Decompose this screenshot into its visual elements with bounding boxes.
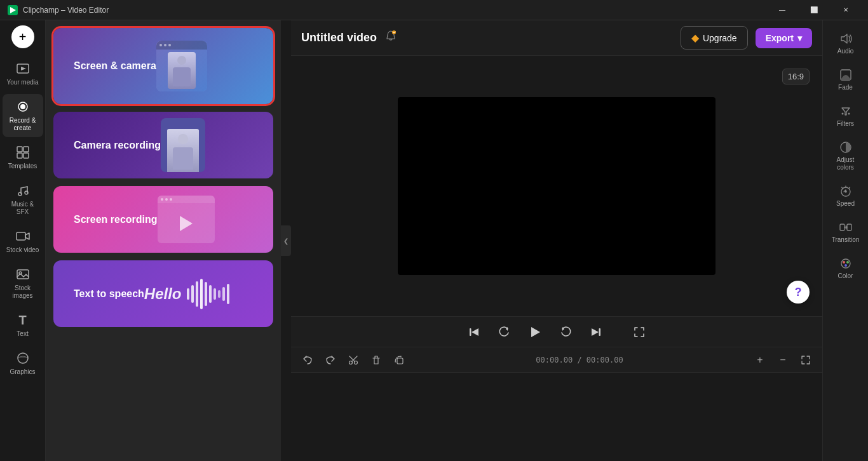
card-camera-recording[interactable]: Camera recording: [53, 112, 273, 178]
sidebar-item-record-create[interactable]: Record &create: [3, 94, 43, 137]
sidebar-item-music-sfx[interactable]: Music & SFX: [3, 178, 43, 221]
delete-button[interactable]: [367, 351, 385, 369]
record-create-panel: Screen & camera: [46, 20, 281, 461]
card-screen-recording[interactable]: Screen recording: [53, 186, 273, 253]
tool-filters[interactable]: Filters: [827, 100, 865, 131]
chevron-left-icon: ❮: [283, 237, 288, 244]
zoom-out-button[interactable]: −: [774, 351, 792, 369]
sidebar-label-stock-images: Stock images: [5, 284, 41, 300]
your-media-icon: [15, 61, 31, 76]
tool-speed[interactable]: Speed: [827, 180, 865, 211]
tool-fade[interactable]: Fade: [827, 64, 865, 95]
forward-button[interactable]: [555, 322, 576, 342]
copy-button[interactable]: [390, 351, 408, 369]
sidebar: + Your media Record &create: [0, 20, 46, 461]
transition-icon: [839, 220, 852, 234]
svg-rect-8: [24, 153, 29, 158]
video-canvas: [398, 97, 715, 275]
svg-marker-17: [471, 328, 478, 336]
sidebar-label-graphics: Graphics: [10, 368, 35, 376]
topbar: Untitled video ◆ Upgrade Export ▾: [291, 20, 822, 56]
sidebar-item-stock-images[interactable]: Stock images: [3, 262, 43, 305]
svg-point-9: [18, 192, 22, 196]
svg-point-4: [20, 104, 25, 109]
rewind-button[interactable]: [494, 322, 515, 342]
undo-button[interactable]: [299, 351, 316, 369]
upgrade-label: Upgrade: [703, 33, 737, 43]
cut-button[interactable]: [344, 351, 362, 369]
skip-back-button[interactable]: [464, 322, 484, 342]
add-button[interactable]: +: [11, 25, 34, 48]
adjust-colors-icon: [839, 140, 852, 154]
sidebar-item-stock-video[interactable]: Stock video: [3, 224, 43, 259]
sidebar-label-your-media: Your media: [6, 79, 38, 86]
tool-transition[interactable]: Transition: [827, 217, 865, 248]
titlebar-title: Clipchamp – Video Editor: [23, 6, 109, 15]
svg-marker-19: [531, 327, 540, 337]
svg-point-32: [844, 191, 846, 193]
card-text-to-speech[interactable]: Text to speech Hello: [53, 260, 273, 327]
time-separator: /: [577, 356, 586, 364]
video-title[interactable]: Untitled video: [301, 31, 377, 44]
panel-collapse-button[interactable]: ❮: [281, 225, 291, 256]
tool-adjust-colors[interactable]: Adjust colors: [827, 137, 865, 175]
card-screen-camera-label: Screen & camera: [74, 60, 156, 72]
export-button[interactable]: Export ▾: [756, 28, 812, 48]
redo-button[interactable]: [322, 351, 339, 369]
tool-audio[interactable]: Audio: [827, 28, 865, 59]
maximize-button[interactable]: ⬜: [799, 0, 829, 20]
sidebar-item-text[interactable]: T Text: [3, 307, 43, 343]
sidebar-label-templates: Templates: [8, 163, 37, 170]
time-current: 00:00.00: [536, 356, 573, 364]
help-button[interactable]: ?: [787, 281, 810, 304]
tts-visual: Hello: [144, 278, 229, 310]
sidebar-label-record-create: Record &create: [10, 117, 36, 132]
minimize-button[interactable]: —: [768, 0, 797, 20]
main-layout: + Your media Record &create: [0, 20, 868, 461]
fullscreen-button[interactable]: [629, 322, 649, 342]
sidebar-item-templates[interactable]: Templates: [3, 140, 43, 175]
transition-label: Transition: [832, 236, 860, 244]
play-pause-button[interactable]: [525, 322, 545, 342]
fade-icon: [839, 68, 852, 82]
adjust-colors-label: Adjust colors: [829, 156, 862, 171]
tts-hello-text: Hello: [144, 285, 182, 303]
player-controls: [291, 316, 822, 347]
speed-label: Speed: [836, 200, 855, 208]
filters-label: Filters: [837, 120, 854, 128]
time-total: 00:00.00: [587, 356, 623, 364]
right-sidebar: Audio Fade Filters: [822, 20, 868, 461]
titlebar-controls: — ⬜ ✕: [768, 0, 860, 20]
svg-point-29: [841, 113, 843, 115]
svg-point-10: [25, 191, 28, 194]
svg-point-28: [848, 113, 850, 115]
upgrade-button[interactable]: ◆ Upgrade: [681, 26, 748, 50]
aspect-ratio-badge[interactable]: 16:9: [782, 69, 810, 84]
graphics-icon: [15, 351, 31, 366]
skip-forward-button[interactable]: [586, 322, 606, 342]
close-button[interactable]: ✕: [831, 0, 860, 20]
zoom-in-button[interactable]: +: [751, 351, 769, 369]
sidebar-item-your-media[interactable]: Your media: [3, 56, 43, 91]
svg-point-15: [392, 30, 396, 34]
color-label: Color: [838, 272, 853, 280]
timeline-content[interactable]: [291, 373, 822, 461]
main-content: Untitled video ◆ Upgrade Export ▾: [291, 20, 822, 461]
color-icon: [839, 257, 852, 271]
svg-rect-5: [17, 147, 22, 152]
svg-point-36: [843, 261, 845, 264]
export-label: Export: [766, 33, 794, 43]
titlebar-left: Clipchamp – Video Editor: [8, 5, 109, 15]
speed-icon: [839, 184, 852, 198]
svg-rect-16: [470, 328, 471, 336]
tool-color[interactable]: Color: [827, 253, 865, 284]
fit-timeline-button[interactable]: [797, 351, 815, 369]
card-screen-camera[interactable]: Screen & camera: [53, 28, 273, 104]
sidebar-label-stock-video: Stock video: [6, 246, 39, 254]
svg-marker-22: [592, 328, 599, 336]
filters-icon: [839, 104, 852, 118]
card-screen-recording-label: Screen recording: [74, 214, 158, 225]
title-edit-icon: [384, 30, 397, 46]
sidebar-item-graphics[interactable]: Graphics: [3, 345, 43, 381]
record-create-icon: [15, 99, 31, 114]
